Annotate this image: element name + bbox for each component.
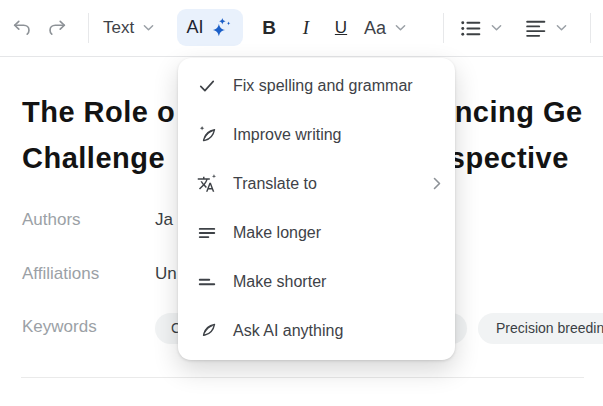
page-title[interactable]: rspective bbox=[437, 142, 569, 175]
menu-item-fix-spelling[interactable]: Fix spelling and grammar bbox=[178, 61, 455, 110]
ai-dropdown-menu: Fix spelling and grammar Improve writing bbox=[178, 58, 455, 360]
ai-sparkle-icon bbox=[209, 15, 234, 40]
authors-field-label: Authors bbox=[22, 210, 81, 230]
alignment-dropdown[interactable] bbox=[524, 0, 567, 56]
affiliations-field-value[interactable]: Un bbox=[155, 264, 177, 284]
chevron-down-icon bbox=[143, 24, 154, 32]
italic-button[interactable]: I bbox=[298, 0, 314, 56]
menu-item-label: Make shorter bbox=[233, 273, 441, 291]
translate-icon bbox=[196, 173, 218, 195]
menu-item-make-shorter[interactable]: Make shorter bbox=[178, 257, 455, 306]
menu-item-ask-ai[interactable]: Ask AI anything bbox=[178, 306, 455, 355]
menu-item-label: Improve writing bbox=[233, 126, 441, 144]
italic-label: I bbox=[303, 17, 309, 39]
bold-label: B bbox=[262, 17, 276, 39]
menu-item-improve-writing[interactable]: Improve writing bbox=[178, 110, 455, 159]
chevron-down-icon bbox=[556, 24, 567, 32]
page-title[interactable]: Challenge bbox=[22, 142, 165, 175]
menu-item-label: Make longer bbox=[233, 224, 441, 242]
make-shorter-icon bbox=[196, 271, 218, 293]
menu-item-translate-to[interactable]: Translate to bbox=[178, 159, 455, 208]
keyword-pill[interactable]: Precision breeding bbox=[478, 313, 603, 344]
font-case-label: Aa bbox=[364, 18, 386, 39]
font-size-dropdown[interactable]: Aa bbox=[364, 0, 406, 56]
page-title[interactable]: The Role o bbox=[22, 96, 175, 129]
text-style-dropdown[interactable]: Text bbox=[103, 0, 154, 56]
section-divider bbox=[21, 377, 584, 378]
editor-window: Text AI B I U Aa bbox=[0, 0, 603, 406]
quill-sparkle-icon bbox=[196, 124, 218, 146]
menu-item-make-longer[interactable]: Make longer bbox=[178, 208, 455, 257]
align-left-icon bbox=[524, 17, 547, 40]
make-longer-icon bbox=[196, 222, 218, 244]
authors-field-value[interactable]: Ja bbox=[155, 210, 173, 230]
ai-button[interactable]: AI bbox=[177, 9, 243, 46]
affiliations-field-label: Affiliations bbox=[22, 264, 99, 284]
bold-button[interactable]: B bbox=[259, 0, 279, 56]
redo-button[interactable] bbox=[46, 0, 68, 56]
chevron-down-icon bbox=[395, 24, 406, 32]
redo-icon bbox=[46, 17, 68, 39]
formatting-toolbar: Text AI B I U Aa bbox=[0, 0, 603, 57]
ai-button-label: AI bbox=[186, 17, 203, 38]
text-style-label: Text bbox=[103, 18, 134, 38]
chevron-right-icon bbox=[433, 177, 441, 190]
keywords-field-label: Keywords bbox=[22, 317, 97, 337]
chevron-down-icon bbox=[491, 24, 502, 32]
undo-button[interactable] bbox=[11, 0, 33, 56]
underline-button[interactable]: U bbox=[332, 0, 350, 56]
check-icon bbox=[196, 75, 218, 97]
undo-icon bbox=[11, 17, 33, 39]
toolbar-divider bbox=[443, 13, 444, 43]
list-style-dropdown[interactable] bbox=[459, 0, 502, 56]
bullet-list-icon bbox=[459, 17, 482, 40]
menu-item-label: Ask AI anything bbox=[233, 322, 441, 340]
toolbar-divider bbox=[88, 13, 89, 43]
menu-item-label: Fix spelling and grammar bbox=[233, 77, 441, 95]
quill-icon bbox=[196, 320, 218, 342]
underline-label: U bbox=[335, 18, 347, 38]
menu-item-label: Translate to bbox=[233, 175, 433, 193]
toolbar-divider bbox=[590, 13, 591, 43]
page-title[interactable]: ancing Ge bbox=[438, 96, 583, 129]
